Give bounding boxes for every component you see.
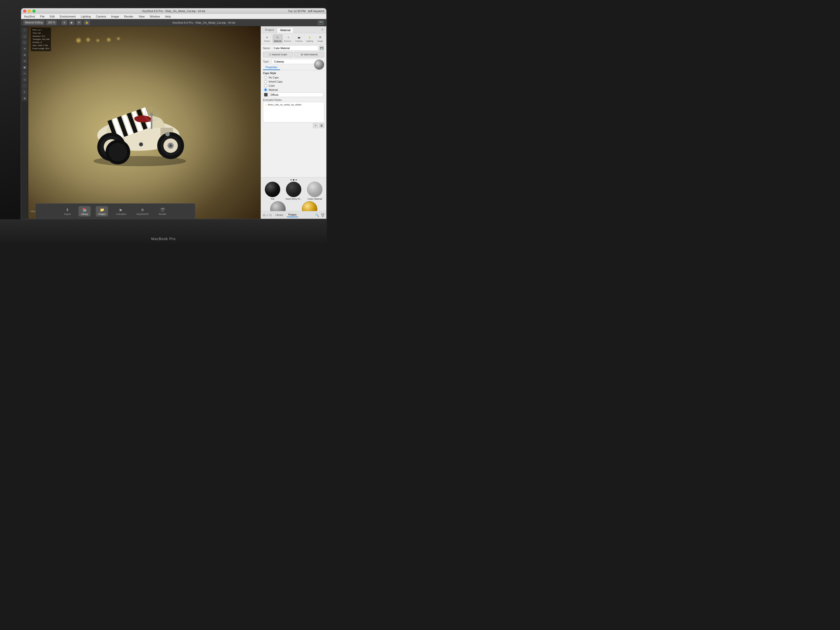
sidebar-icon-8[interactable]: ✂	[22, 71, 28, 76]
material-radio-label: Material	[269, 88, 278, 92]
stat-knodes: Knodes: 8	[32, 41, 49, 44]
panel-bottom-project[interactable]: Project	[287, 213, 298, 217]
thumb-sphere-hard-shiny[interactable]	[286, 182, 302, 197]
zoom-control[interactable]: 100 %	[46, 20, 57, 25]
lock-btn[interactable]: 🔒	[84, 20, 90, 25]
menu-image[interactable]: Image	[110, 15, 120, 18]
properties-tab[interactable]: Properties	[263, 65, 280, 70]
import-label: Import	[64, 213, 71, 215]
svg-point-35	[166, 132, 170, 136]
add-node-btn[interactable]: +	[313, 123, 318, 128]
menu-view[interactable]: View	[137, 15, 146, 18]
lighting-label: Lighting	[306, 40, 313, 42]
bottom-tab-library[interactable]: 📚 Library	[79, 206, 91, 216]
panel-search-icon[interactable]: 🔍	[315, 213, 319, 217]
thumb-sphere-cube[interactable]	[307, 182, 322, 197]
remove-node-btn[interactable]: 🗑	[319, 123, 324, 128]
tab-environ[interactable]: ☀ Environ...	[283, 34, 294, 43]
sidebar-icon-9[interactable]: ⊙	[22, 77, 28, 82]
import-icon: ⬇	[65, 207, 70, 212]
radio-color[interactable]: Color	[261, 84, 326, 88]
panel-bottom-library[interactable]: Library	[274, 213, 285, 217]
list-view-icon[interactable]: ≡	[266, 213, 268, 217]
save-material-btn[interactable]: 💾	[319, 46, 324, 51]
render-label: Render	[159, 213, 166, 215]
radio-material-input[interactable]	[264, 88, 267, 92]
radio-no-caps-input[interactable]	[264, 76, 267, 79]
sidebar-icon-4[interactable]: ✦	[22, 46, 28, 52]
menu-help[interactable]: Help	[164, 15, 172, 18]
svg-point-37	[140, 143, 142, 146]
bottom-tab-import[interactable]: ⬇ Import	[62, 206, 73, 216]
bottom-tab-keyshotxr[interactable]: ⊕ KeyShotXR	[134, 206, 151, 216]
material-graph-btn[interactable]: ⬡ Material Graph	[263, 52, 293, 57]
detail-view-icon[interactable]: ⊟	[269, 213, 272, 217]
material-name-input[interactable]	[272, 46, 318, 51]
lighting-icon: 💡	[308, 35, 312, 39]
left-sidebar: ↑ ◻ ⬡ ✦ ⊕ ⟲ ▣ ✂ ⊙ ⋯ ≡ ◈	[21, 26, 28, 219]
3d-viewport[interactable]: Cloud Library ⬇ Import 📚 Library 📁 Proje…	[28, 26, 261, 219]
sidebar-icon-3[interactable]: ⬡	[22, 39, 28, 45]
menu-file[interactable]: File	[39, 15, 46, 18]
thumb-item-tire: Tire	[262, 182, 283, 200]
radio-inherit-caps[interactable]: Inherit Caps	[261, 79, 326, 84]
menu-keyshot[interactable]: KeyShot	[23, 15, 36, 18]
maximize-button[interactable]	[32, 9, 36, 13]
menu-camera[interactable]: Camera	[95, 15, 107, 18]
sidebar-icon-11[interactable]: ≡	[22, 89, 28, 95]
scene-label: Scene	[264, 40, 270, 42]
menu-environment[interactable]: Environment	[59, 15, 77, 18]
minimize-button[interactable]	[28, 9, 31, 13]
close-button[interactable]	[23, 9, 26, 13]
grid-view-icon[interactable]: ⊞	[263, 213, 265, 217]
panel-filter-icon[interactable]: ▽	[321, 213, 324, 218]
menu-edit[interactable]: Edit	[49, 15, 55, 18]
menu-lighting[interactable]: Lighting	[80, 15, 92, 18]
excluded-nodes-list[interactable]: ⚠ Retro_ride_on_metal_car_wheel	[263, 102, 324, 123]
tab-camera[interactable]: 📷 Camera	[294, 34, 304, 43]
tab-image[interactable]: 🖼 Image	[315, 34, 325, 43]
tab-scene[interactable]: ⊞ Scene	[262, 34, 272, 43]
thumb-label-cube: Cube Material	[308, 197, 322, 200]
sync-btn[interactable]: ⟳	[76, 20, 82, 25]
panel-close-btn[interactable]: ✕	[320, 27, 325, 33]
tab-material-icon[interactable]: ⬡ Material	[273, 34, 283, 43]
library-label: Library	[81, 213, 88, 215]
menu-render[interactable]: Render	[123, 15, 134, 18]
pause-btn[interactable]: ⏸	[61, 20, 68, 25]
tab-project[interactable]: Project	[262, 27, 277, 33]
app-menu-bar: KeyShot File Edit Environment Lighting C…	[21, 14, 326, 19]
toolbar-title: KeyShot 8.0 Pro - Ride_On_Metal_Car.bip …	[92, 21, 316, 24]
radio-material[interactable]: Material	[261, 88, 326, 92]
thumb-sphere-tire[interactable]	[265, 182, 280, 197]
sidebar-icon-1[interactable]: ↑	[22, 27, 28, 33]
tab-material[interactable]: Material	[277, 27, 294, 33]
color-label: Color	[269, 84, 275, 87]
app-toolbar: Material Editing 100 % ⏸ ▶ ⟳ 🔒 KeyShot 8…	[21, 19, 326, 26]
menu-window[interactable]: Window	[149, 15, 161, 18]
radio-inherit-caps-input[interactable]	[264, 80, 267, 83]
sidebar-icon-5[interactable]: ⊕	[22, 52, 28, 58]
tab-lighting[interactable]: 💡 Lighting	[305, 34, 314, 43]
diffuse-input[interactable]	[269, 92, 323, 97]
bottom-tab-animation[interactable]: ▶ Animation	[113, 206, 129, 216]
sidebar-icon-12[interactable]: ◈	[22, 95, 28, 101]
sidebar-icon-7[interactable]: ▣	[22, 64, 28, 70]
mode-selector[interactable]: Material Editing	[23, 20, 44, 25]
thumb-row-1: Tire Hard Shiny Pl... Cube Material	[262, 182, 325, 200]
bottom-tab-render[interactable]: 🎬 Render	[156, 206, 169, 216]
bottom-tab-project[interactable]: 📁 Project	[96, 206, 108, 216]
diffuse-color-swatch[interactable]	[264, 93, 268, 96]
sidebar-icon-10[interactable]: ⋯	[22, 83, 28, 88]
sidebar-icon-6[interactable]: ⟲	[22, 58, 28, 64]
sidebar-icon-2[interactable]: ◻	[22, 33, 28, 39]
svg-point-27	[169, 144, 172, 147]
play-btn[interactable]: ▶	[69, 20, 75, 25]
material-graph-icon: ⬡	[269, 53, 271, 56]
screenshot-btn[interactable]: 📷	[317, 20, 324, 25]
radio-no-caps[interactable]: No Caps	[261, 76, 326, 79]
stat-time: Time: 0m	[32, 32, 49, 35]
panel-top-tabs: Project Material ✕	[261, 26, 326, 33]
radio-color-input[interactable]	[264, 84, 267, 87]
multi-material-btn[interactable]: ⊞ Multi-Material	[294, 52, 324, 57]
